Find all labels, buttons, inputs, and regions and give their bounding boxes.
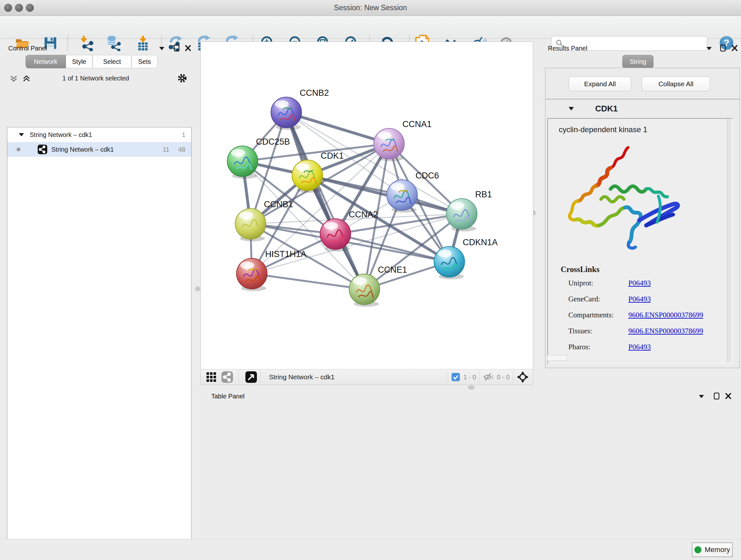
crosslink-row: Tissues:9606.ENSP00000378699	[568, 327, 728, 335]
crosslink-row: Uniprot:P06493	[568, 279, 728, 287]
crosslink-row: Compartments:9606.ENSP00000378699	[568, 311, 728, 319]
current-network-dot-icon	[16, 147, 21, 152]
float-panel-icon[interactable]	[698, 393, 705, 400]
birdseye-crosshair-icon[interactable]	[516, 371, 529, 383]
crosslink-label: GeneCard:	[568, 295, 628, 303]
network-node-RB1[interactable]: RB1	[447, 190, 492, 232]
undock-panel-icon[interactable]	[713, 392, 720, 401]
close-panel-icon[interactable]	[725, 392, 732, 401]
network-edge-CCNB2-CCNE1[interactable]	[286, 112, 364, 289]
crosslink-row: Pharos:P06493	[568, 343, 728, 351]
results-panel-title: Results Panel	[548, 45, 587, 52]
crosslink-label: Pharos:	[568, 343, 628, 351]
separator	[513, 371, 513, 383]
results-panel: Results Panel String Expand All Collapse…	[543, 42, 741, 386]
undock-panel-icon[interactable]	[173, 44, 180, 54]
node-count: 11	[163, 146, 170, 153]
selected-checkbox-icon[interactable]	[451, 373, 460, 381]
network-edge-CCNB2-CCNA1[interactable]	[286, 112, 389, 144]
network-graph[interactable]: CCNB2CCNA1CDC25BCDK1CDC6RB1CCNB1CCNA2CDK…	[201, 42, 532, 368]
network-node-CDKN1A[interactable]: CDKN1A	[434, 238, 498, 279]
tab-style[interactable]: Style	[66, 55, 92, 68]
crosslink-row: GeneCard:P06493	[568, 295, 728, 303]
node-label-CCNE1: CCNE1	[378, 265, 407, 274]
close-panel-icon[interactable]	[185, 44, 192, 53]
node-label-CCNB2: CCNB2	[300, 88, 329, 98]
gene-detail-card: cyclin-dependent kinase 1	[547, 118, 732, 364]
title-bar: Session: New Session	[0, 0, 741, 16]
gene-section: CDK1 cyclin-dependent kinase 1	[545, 99, 740, 368]
hidden-count: 0 - 0	[497, 374, 510, 381]
control-panel-title: Control Panel	[8, 45, 47, 52]
gene-name: CDK1	[595, 104, 618, 114]
memory-button[interactable]: Memory	[692, 543, 733, 557]
tab-network[interactable]: Network	[25, 55, 66, 68]
network-node-HIST1H1A[interactable]: HIST1H1A	[237, 249, 307, 291]
detach-view-icon[interactable]	[245, 371, 257, 383]
grid-view-icon[interactable]	[206, 372, 217, 382]
network-canvas[interactable]: CCNB2CCNA1CDC25BCDK1CDC6RB1CCNB1CCNA2CDK…	[200, 42, 533, 369]
crosslinks-title: CrossLinks	[561, 265, 600, 274]
separator	[239, 371, 239, 383]
network-options-gear-icon[interactable]	[177, 73, 188, 85]
network-collection-row[interactable]: String Network – cdk1 1	[7, 127, 191, 142]
expand-all-button[interactable]: Expand All	[569, 77, 631, 91]
crosslink-value-link[interactable]: P06493	[628, 343, 651, 351]
results-horizontal-scrollbar[interactable]	[547, 355, 567, 361]
collection-label: String Network – cdk1	[30, 131, 92, 138]
crosslink-label: Compartments:	[568, 311, 628, 319]
node-label-RB1: RB1	[475, 190, 492, 199]
crosslink-label: Uniprot:	[568, 279, 628, 287]
network-tree: String Network – cdk1 1 String Network –…	[7, 127, 192, 560]
section-collapse-icon[interactable]	[568, 106, 575, 111]
separator	[260, 371, 261, 383]
crosslink-value-link[interactable]: P06493	[628, 295, 651, 303]
float-panel-icon[interactable]	[705, 45, 713, 52]
node-label-CDC6: CDC6	[415, 171, 439, 180]
crosslink-value-link[interactable]: 9606.ENSP00000378699	[628, 311, 703, 319]
table-panel: Table Panel f(x) shared namenamecanonica…	[206, 390, 738, 537]
collapse-all-button[interactable]: Collapse All	[642, 77, 710, 91]
tab-select[interactable]: Select	[92, 55, 131, 68]
tab-sets[interactable]: Sets	[131, 55, 158, 68]
results-actions-box: Expand All Collapse All	[545, 68, 740, 99]
left-splitter-handle[interactable]	[195, 287, 200, 291]
node-label-HIST1H1A: HIST1H1A	[265, 249, 307, 259]
node-label-CDK1: CDK1	[321, 151, 344, 161]
network-node-CDK1[interactable]: CDK1	[292, 151, 344, 193]
node-label-CDKN1A: CDKN1A	[463, 238, 498, 247]
network-row-selected[interactable]: String Network – cdk1 11 48	[7, 142, 191, 157]
protein-structure-image	[562, 142, 690, 257]
tab-string[interactable]: String	[622, 55, 654, 68]
float-panel-icon[interactable]	[158, 45, 165, 52]
node-label-CDC25B: CDC25B	[256, 137, 290, 146]
main-toolbar: ?	[0, 16, 741, 39]
results-vertical-scrollbar[interactable]	[727, 119, 731, 363]
table-panel-title: Table Panel	[211, 393, 245, 400]
hidden-eye-icon[interactable]	[483, 372, 494, 382]
network-label: String Network – cdk1	[51, 146, 114, 153]
window-title: Session: New Session	[0, 3, 741, 12]
memory-label: Memory	[704, 546, 730, 554]
network-node-CDC25B[interactable]: CDC25B	[227, 137, 290, 179]
control-panel: Control Panel NetworkStyleSelectSets 1 o…	[3, 42, 189, 537]
view-network-title: String Network – cdk1	[269, 373, 334, 381]
tree-expander-icon[interactable]	[18, 132, 24, 137]
gene-description: cyclin-dependent kinase 1	[559, 125, 732, 134]
edge-count: 48	[179, 146, 185, 153]
close-panel-icon[interactable]	[731, 44, 738, 53]
undock-panel-icon[interactable]	[720, 44, 727, 54]
network-view-icon[interactable]	[221, 371, 233, 383]
crosslinks-list: Uniprot:P06493GeneCard:P06493Compartment…	[568, 279, 728, 359]
crosslink-value-link[interactable]: 9606.ENSP00000378699	[628, 327, 703, 335]
network-node-CCNB1[interactable]: CCNB1	[235, 199, 293, 241]
network-type-icon	[37, 144, 48, 154]
crosslink-value-link[interactable]: P06493	[628, 279, 651, 287]
horizontal-splitter-handle[interactable]	[468, 385, 475, 389]
node-label-CCNA1: CCNA1	[402, 119, 432, 129]
network-node-CCNE1[interactable]: CCNE1	[349, 265, 407, 307]
network-edge-CCNE1-HIST1H1A[interactable]	[252, 273, 364, 289]
gene-section-header[interactable]: CDK1	[545, 100, 739, 118]
crosslink-label: Tissues:	[568, 327, 628, 335]
network-node-CCNA1[interactable]: CCNA1	[374, 119, 432, 161]
